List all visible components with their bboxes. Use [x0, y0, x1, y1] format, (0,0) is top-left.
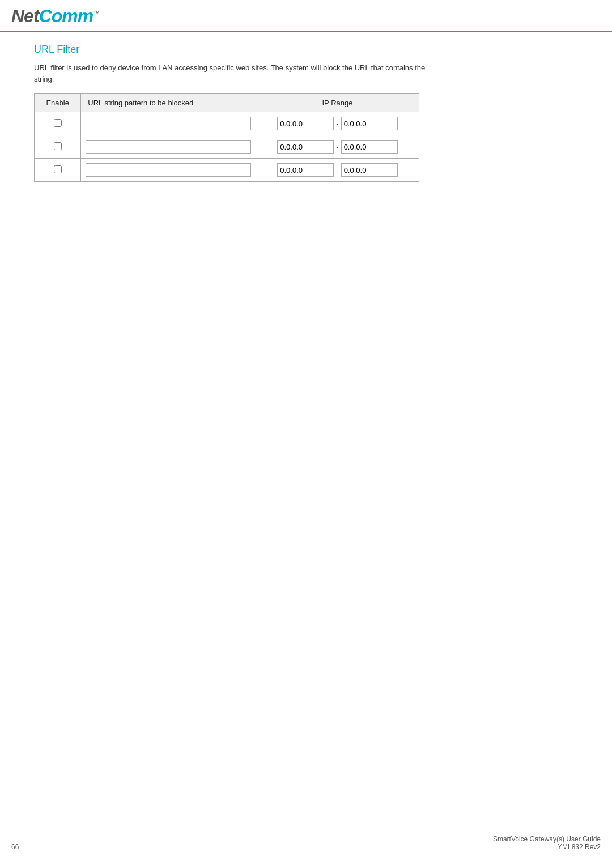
ip-cell-2: -	[256, 159, 419, 182]
footer-doc-line2: YML832 Rev2	[493, 843, 601, 851]
enable-checkbox-2[interactable]	[54, 165, 62, 173]
enable-cell-1	[35, 135, 81, 159]
ip-from-input-1[interactable]	[277, 140, 334, 154]
ip-cell-1: -	[256, 135, 419, 159]
footer-page-number: 66	[11, 843, 19, 851]
col-header-enable: Enable	[35, 94, 81, 112]
ip-from-input-0[interactable]	[277, 117, 334, 130]
enable-checkbox-1[interactable]	[54, 142, 62, 150]
footer-doc-line1: SmartVoice Gateway(s) User Guide	[493, 835, 601, 843]
ip-separator-0: -	[336, 120, 338, 128]
logo-net-part: Net	[11, 6, 39, 26]
page-description: URL filter is used to deny device from L…	[34, 62, 431, 84]
ip-separator-1: -	[336, 143, 338, 151]
page-title: URL Filter	[34, 44, 578, 56]
col-header-url: URL string pattern to be blocked	[81, 94, 256, 112]
enable-cell-0	[35, 112, 81, 135]
table-row: -	[35, 159, 419, 182]
footer-doc: SmartVoice Gateway(s) User Guide YML832 …	[493, 835, 601, 851]
ip-to-input-1[interactable]	[341, 140, 398, 154]
ip-separator-2: -	[336, 166, 338, 175]
enable-checkbox-0[interactable]	[54, 119, 62, 127]
header: NetComm™	[0, 0, 612, 32]
url-input-1[interactable]	[86, 140, 251, 154]
url-cell-2	[81, 159, 256, 182]
logo: NetComm™	[11, 6, 99, 31]
url-input-2[interactable]	[86, 163, 251, 177]
logo-tm: ™	[93, 9, 99, 17]
ip-from-input-2[interactable]	[277, 163, 334, 177]
url-input-0[interactable]	[86, 117, 251, 130]
logo-text: NetComm™	[11, 6, 99, 26]
table-row: -	[35, 135, 419, 159]
footer: 66 SmartVoice Gateway(s) User Guide YML8…	[0, 829, 612, 857]
table-row: -	[35, 112, 419, 135]
url-cell-1	[81, 135, 256, 159]
url-cell-0	[81, 112, 256, 135]
logo-comm-part: Comm	[39, 6, 94, 26]
content-area: URL Filter URL filter is used to deny de…	[0, 32, 612, 193]
ip-to-input-2[interactable]	[341, 163, 398, 177]
table-header-row: Enable URL string pattern to be blocked …	[35, 94, 419, 112]
col-header-ip: IP Range	[256, 94, 419, 112]
ip-cell-0: -	[256, 112, 419, 135]
ip-to-input-0[interactable]	[341, 117, 398, 130]
url-filter-table: Enable URL string pattern to be blocked …	[34, 93, 419, 182]
enable-cell-2	[35, 159, 81, 182]
